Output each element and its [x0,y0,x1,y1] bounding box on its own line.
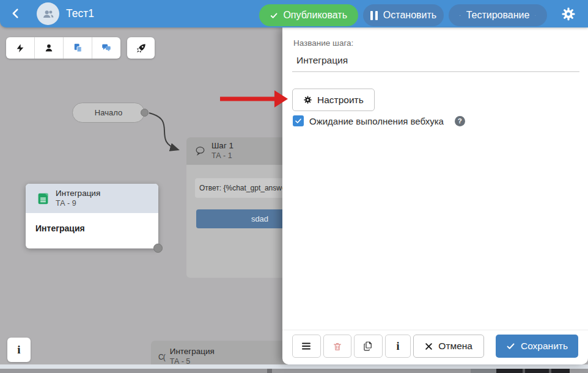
panel-divider [282,330,588,330]
node-integration-selected[interactable]: Интеграция ТА - 9 Интеграция [26,184,158,248]
help-icon[interactable]: ? [455,116,465,126]
check-icon [270,11,277,20]
background-fragment [549,369,551,373]
webhook-wait-row: Ожидание выполнения вебхука ? [293,115,465,126]
gear-icon [303,95,312,104]
node-start-label: Начало [95,108,122,117]
edge-start-to-step1 [149,113,178,150]
cancel-button[interactable]: Отмена [413,335,484,358]
check-icon [295,117,302,125]
settings-gear-button[interactable] [561,7,576,21]
duplicate-pages-icon [362,341,373,352]
audience-button[interactable] [34,37,63,59]
node-start[interactable]: Начало [72,103,145,123]
copy-steps-button[interactable] [63,37,92,59]
copy-pages-icon [73,43,83,53]
node-integration-title: Интеграция [56,189,100,199]
configure-button[interactable]: Настроить [292,89,375,111]
publish-button-label: Опубликовать [283,10,347,21]
rocket-icon [136,43,147,54]
gear-icon [561,7,576,21]
bottom-background-strip [0,369,588,373]
annotation-arrow [220,90,288,108]
back-button[interactable] [6,4,26,24]
save-button[interactable]: Сохранить [496,335,578,358]
bottom-scroll-track [0,364,588,369]
chevron-down-icon [535,12,536,20]
background-fragment [471,369,496,373]
configure-button-label: Настроить [317,95,364,106]
flow-builder-app: Начало Шаг 1 ТА - 1 Ответ: {%chat_gpt_an… [0,0,588,373]
x-mark-icon [425,342,433,350]
google-sheets-icon [37,192,50,205]
dialogs-button[interactable] [92,37,120,59]
node-integration-header[interactable]: Интеграция ТА - 9 [26,184,158,213]
canvas-info-button[interactable]: i [7,338,31,362]
speech-bubble-icon [194,145,206,157]
chevron-left-icon [9,7,23,20]
step-name-input[interactable] [292,52,579,72]
step-name-label: Название шага: [293,38,353,48]
node-integration-body-label: Интеграция [26,213,158,233]
cancel-button-label: Отмена [438,341,472,352]
node-integration-subtitle: ТА - 9 [56,199,100,209]
save-button-label: Сохранить [521,341,568,352]
step-info-button[interactable]: i [385,335,411,358]
panel-footer: i Отмена Сохранить [292,335,578,358]
background-fragment [496,369,570,373]
triggers-button[interactable] [6,37,34,59]
menu-button[interactable] [292,335,321,358]
node-step1-subtitle: ТА - 1 [211,151,233,161]
node-integration-connector[interactable] [153,244,163,253]
webhook-wait-label: Ожидание выполнения вебхука [309,116,444,126]
testing-button-label: Тестирование [466,10,530,21]
step-settings-panel: Название шага: Настроить Ожидание выполн… [282,27,588,364]
lightning-icon [15,43,25,53]
node-start-connector[interactable] [141,109,149,117]
launch-button[interactable] [127,37,155,59]
canvas-toolbar-launch [127,37,155,59]
duplicate-step-button[interactable] [354,335,383,358]
top-header: Тест1 Опубликовать Остановить Тестирован… [0,0,588,27]
testing-dropdown-button[interactable]: Тестирование [449,4,547,26]
check-icon [506,342,515,350]
people-icon [42,7,55,21]
publish-button[interactable]: Опубликовать [259,4,358,26]
hamburger-menu-icon [300,341,312,352]
stop-button[interactable]: Остановить [363,4,444,26]
lightning-icon [460,11,461,20]
node-integration-2-title: Интеграция [170,347,215,357]
node-step1-title: Шаг 1 [211,141,233,151]
bot-title: Тест1 [66,0,94,27]
bot-avatar[interactable] [37,2,59,25]
person-icon [44,43,54,53]
webhook-wait-checkbox[interactable] [293,115,304,126]
background-fragment [523,369,525,373]
stop-button-label: Остановить [383,10,436,21]
delete-step-button[interactable] [323,335,352,358]
openai-icon: C( [158,353,165,361]
chat-bubbles-icon [101,43,112,53]
trash-icon [333,341,342,352]
pause-icon [370,11,378,20]
background-fragment [267,369,272,373]
canvas-toolbar [6,37,120,59]
